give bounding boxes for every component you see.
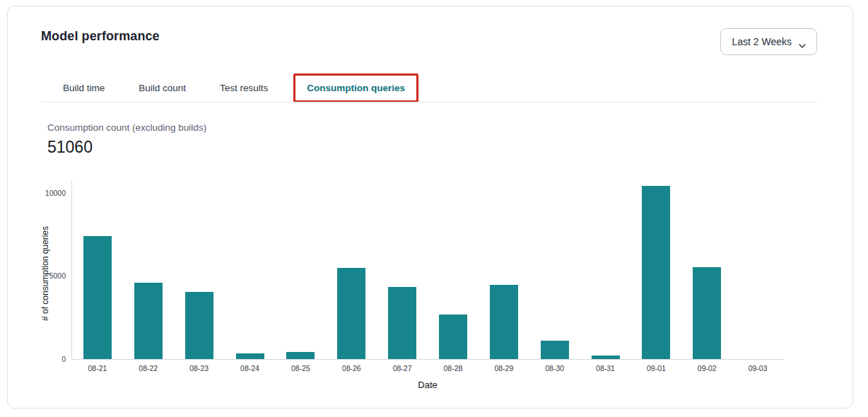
bar-slot [479,181,529,359]
x-tick-label: 08-28 [428,364,479,372]
bar-slot [377,181,428,359]
bar-slot [681,181,732,359]
tab-test-results[interactable]: Test results [211,76,276,100]
x-tick-label: 08-30 [529,364,580,372]
bar-08-31[interactable] [592,356,620,359]
x-tick-label: 08-22 [123,364,174,372]
page-title: Model performance [41,29,160,44]
bar-09-01[interactable] [642,186,670,359]
x-tick-label: 08-29 [479,364,529,372]
bar-09-02[interactable] [693,267,721,359]
bar-slot [225,181,276,359]
stat-value: 51060 [47,138,93,157]
bar-slot [631,181,681,359]
bar-slot [428,181,479,359]
x-tick-label: 08-24 [225,364,276,372]
x-axis-title: Date [72,380,783,390]
time-range-dropdown[interactable]: Last 2 Weeks [720,28,817,55]
bar-08-29[interactable] [490,285,518,359]
x-tick-label: 08-27 [377,364,428,372]
tab-bar: Build time Build count Test results Cons… [54,74,817,102]
chevron-down-icon [799,40,806,45]
x-tick-label: 08-25 [275,364,326,372]
x-tick-label: 08-31 [580,364,631,372]
x-tick-label: 08-21 [72,364,123,372]
model-performance-card: Model performance Last 2 Weeks Build tim… [7,6,853,409]
bar-08-23[interactable] [185,292,213,359]
bar-08-25[interactable] [286,352,315,359]
bar-slot [72,181,123,359]
bar-08-22[interactable] [134,283,163,359]
bar-plot: 08-2108-2208-2308-2408-2508-2608-2708-28… [71,181,783,360]
bar-08-24[interactable] [236,353,264,359]
bar-slot [174,181,225,359]
x-tick-labels: 08-2108-2208-2308-2408-2508-2608-2708-28… [72,364,783,372]
stat-label: Consumption count (excluding builds) [47,122,206,133]
bar-08-28[interactable] [439,315,467,359]
tab-divider [41,102,817,102]
tab-build-time[interactable]: Build time [54,76,113,100]
x-tick-label: 09-01 [631,364,681,372]
bars-container [72,181,783,359]
bar-slot [123,181,174,359]
y-tick-label: 10000 [45,189,66,197]
x-tick-label: 08-23 [174,364,225,372]
bar-slot [529,181,580,359]
bar-slot [275,181,326,359]
bar-slot [326,181,377,359]
y-tick-label: 5000 [49,271,66,280]
tab-consumption-queries[interactable]: Consumption queries [293,74,418,102]
time-range-label: Last 2 Weeks [732,36,792,47]
bar-08-27[interactable] [388,287,416,359]
x-tick-label: 09-03 [732,364,783,372]
bar-slot [732,181,783,359]
bar-08-21[interactable] [83,236,112,359]
bar-08-26[interactable] [337,268,365,359]
bar-08-30[interactable] [541,341,569,359]
bar-slot [580,181,631,359]
x-tick-label: 09-02 [681,364,732,372]
tab-build-count[interactable]: Build count [130,76,194,100]
y-tick-label: 0 [61,355,66,363]
x-tick-label: 08-26 [326,364,377,372]
